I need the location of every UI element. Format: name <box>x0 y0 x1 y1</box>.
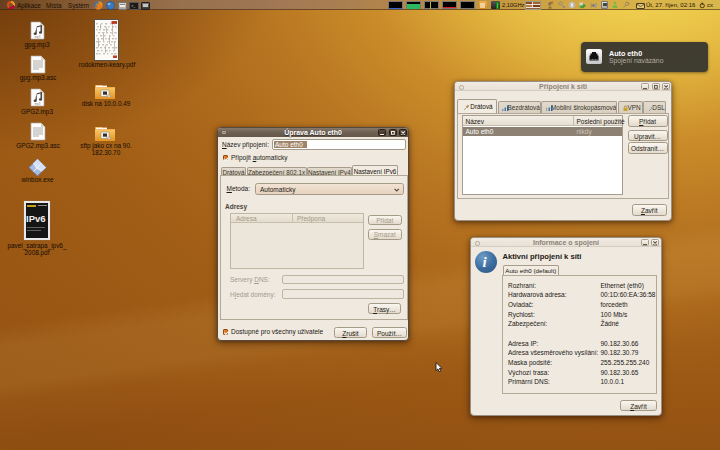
svg-text:t: t <box>546 107 548 112</box>
svg-text:4: 4 <box>552 1 554 5</box>
svg-text:mp3: mp3 <box>35 35 41 39</box>
svg-text:mp3: mp3 <box>35 102 41 106</box>
